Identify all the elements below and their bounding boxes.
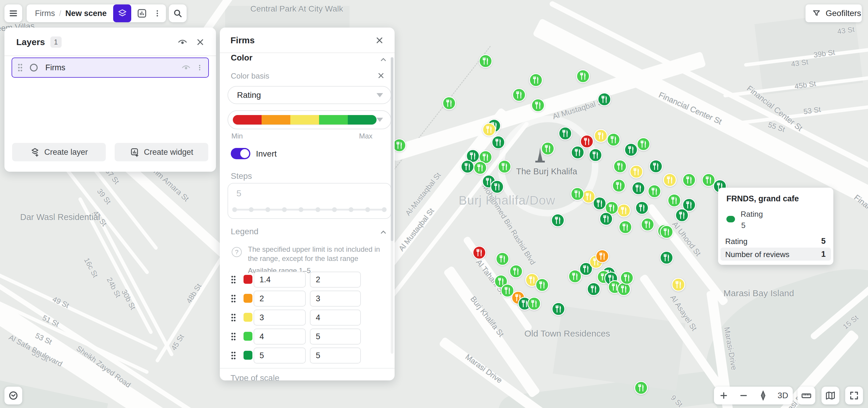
measure-button[interactable] <box>798 387 815 404</box>
map-marker[interactable] <box>613 159 627 173</box>
steps-slider-dot[interactable] <box>332 207 337 212</box>
map-marker[interactable] <box>660 251 673 264</box>
legend-color-swatch[interactable] <box>244 332 252 341</box>
breadcrumb-project[interactable]: Firms <box>35 9 55 18</box>
map-marker[interactable] <box>541 142 555 155</box>
steps-slider-dot[interactable] <box>249 207 254 212</box>
panel-scrollbar-thumb[interactable] <box>391 57 394 241</box>
map-marker[interactable] <box>461 160 474 173</box>
layers-tool-button[interactable] <box>113 4 131 22</box>
layer-visibility-button[interactable] <box>179 61 193 75</box>
legend-range-to-input[interactable] <box>310 291 361 307</box>
steps-slider-dot[interactable] <box>266 207 270 212</box>
map-marker[interactable] <box>442 96 456 110</box>
map-marker[interactable] <box>660 225 673 239</box>
map-marker[interactable] <box>620 271 634 285</box>
map-marker[interactable] <box>599 212 613 226</box>
map-marker[interactable] <box>641 217 654 231</box>
steps-slider[interactable] <box>235 207 384 212</box>
create-widget-button[interactable]: Create widget <box>115 143 208 161</box>
drag-handle-icon[interactable] <box>230 332 237 341</box>
map-marker[interactable] <box>535 278 549 292</box>
map-marker[interactable] <box>580 135 594 148</box>
zoom-out-button[interactable] <box>735 387 752 404</box>
steps-slider-dot[interactable] <box>349 207 353 212</box>
map-marker[interactable] <box>607 133 620 146</box>
legend-range-from-input[interactable] <box>254 291 306 307</box>
legend-range-to-input[interactable] <box>310 328 361 345</box>
map-marker[interactable] <box>672 278 685 291</box>
steps-slider-dot[interactable] <box>299 207 303 212</box>
compass-button[interactable] <box>755 387 771 404</box>
fullscreen-button[interactable] <box>845 387 863 404</box>
legend-range-from-input[interactable] <box>254 271 306 288</box>
map-marker[interactable] <box>597 92 611 106</box>
map-marker[interactable] <box>472 246 486 259</box>
search-button[interactable] <box>169 4 187 22</box>
legend-range-from-input[interactable] <box>254 348 306 363</box>
map-marker[interactable] <box>637 137 650 151</box>
map-marker[interactable] <box>587 282 600 296</box>
main-menu-button[interactable] <box>4 4 22 22</box>
layers-visibility-button[interactable] <box>176 35 189 49</box>
map-marker[interactable] <box>619 220 632 234</box>
drag-handle-icon[interactable] <box>230 351 237 360</box>
map-marker[interactable] <box>482 123 496 137</box>
map-marker[interactable] <box>635 201 649 215</box>
legend-color-swatch[interactable] <box>244 275 252 284</box>
layer-menu-button[interactable] <box>193 61 207 75</box>
map-marker[interactable] <box>551 213 565 227</box>
map-marker[interactable] <box>663 173 677 187</box>
collapse-color-icon[interactable] <box>379 55 388 64</box>
clear-color-basis-icon[interactable] <box>377 71 385 80</box>
map-marker[interactable] <box>617 204 631 217</box>
widgets-tool-button[interactable] <box>134 4 150 22</box>
map-marker[interactable] <box>531 98 545 112</box>
map-marker[interactable] <box>675 208 689 222</box>
map-marker[interactable] <box>529 73 543 87</box>
breadcrumb-scene[interactable]: New scene <box>65 9 107 18</box>
steps-value[interactable]: 5 <box>237 188 242 198</box>
map-marker[interactable] <box>612 179 626 193</box>
color-ramp-select[interactable] <box>227 110 391 129</box>
map-marker[interactable] <box>552 302 565 316</box>
drag-handle-icon[interactable] <box>230 294 237 303</box>
layers-panel-close-button[interactable] <box>193 35 207 49</box>
steps-slider-dot[interactable] <box>382 207 386 212</box>
map-marker[interactable] <box>570 187 584 201</box>
legend-range-from-input[interactable] <box>254 310 306 326</box>
legend-range-to-input[interactable] <box>310 271 361 288</box>
map-marker[interactable] <box>631 181 645 195</box>
legend-color-swatch[interactable] <box>244 313 252 322</box>
steps-slider-dot[interactable] <box>365 207 370 212</box>
map-marker[interactable] <box>571 146 585 159</box>
basemap-button[interactable] <box>822 387 839 404</box>
map-marker[interactable] <box>668 194 681 207</box>
layer-row-firms[interactable]: Firms <box>11 58 209 78</box>
drag-handle-icon[interactable] <box>230 313 237 322</box>
map-marker[interactable] <box>492 136 505 149</box>
map-marker[interactable] <box>498 160 511 173</box>
legend-range-from-input[interactable] <box>254 328 306 345</box>
map-marker[interactable] <box>509 264 523 278</box>
map-marker[interactable] <box>682 173 696 187</box>
map-marker[interactable] <box>558 126 572 140</box>
map-marker[interactable] <box>589 148 602 162</box>
steps-slider-dot[interactable] <box>282 207 287 212</box>
map-marker[interactable] <box>595 250 609 263</box>
map-marker[interactable] <box>479 54 492 68</box>
map-marker[interactable] <box>629 165 643 178</box>
drag-handle-icon[interactable] <box>17 63 23 72</box>
time-history-button[interactable] <box>4 387 22 404</box>
map-marker[interactable] <box>512 88 526 102</box>
map-marker[interactable] <box>473 161 487 175</box>
map-marker[interactable] <box>594 129 608 143</box>
invert-toggle[interactable] <box>231 148 250 159</box>
drag-handle-icon[interactable] <box>230 275 237 284</box>
legend-range-to-input[interactable] <box>310 348 361 363</box>
steps-slider-dot[interactable] <box>232 207 237 212</box>
map-marker[interactable] <box>624 143 638 156</box>
collapse-legend-icon[interactable] <box>379 228 388 236</box>
map-marker[interactable] <box>496 252 509 266</box>
map-marker[interactable] <box>576 69 590 83</box>
